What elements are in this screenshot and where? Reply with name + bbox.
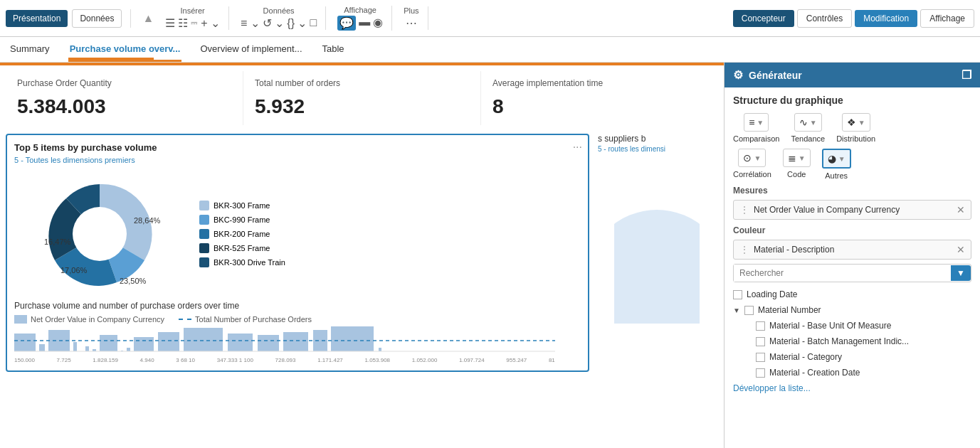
legend-total-orders: Total Number of Purchase Orders [179,315,312,324]
side-subtitle: 5 - routes les dimensi [598,145,665,153]
panel-header-icons: ❐ [961,68,971,82]
expand-list-link[interactable]: Développer la liste... [733,380,971,396]
nav-arrow: ▲ [142,12,154,25]
chart-type-distribution[interactable]: ❖ ▼ Distribution [836,113,875,143]
legend-color-bkr525 [199,243,209,253]
chart-type-comparaison[interactable]: ≡ ▼ Comparaison [733,113,779,143]
tab-summary[interactable]: Summary [9,37,51,62]
donnees-section: Données ≡ ⌄ ↺ ⌄ {} ⌄ □ [241,6,326,30]
grid-icon[interactable]: ☷ [178,16,188,30]
dim-loading-date-label: Loading Date [747,289,797,299]
presentation-tab[interactable]: Présentation [6,10,68,27]
side-title: s suppliers b [598,134,646,144]
square-icon[interactable]: □ [310,16,317,30]
legend-color-bkr200 [199,229,209,239]
code-icon[interactable]: {} ⌄ [287,16,307,30]
checkbox-material-number[interactable] [744,306,754,315]
dimension-list: Loading Date ▼ Material Number Material … [733,287,971,396]
checkbox-loading-date[interactable] [733,290,742,299]
donnees-tab[interactable]: Données [72,9,122,28]
search-btn[interactable]: ▼ [951,265,971,281]
plus-section-label: Plus [404,6,418,15]
dim-loading-date: Loading Date [733,287,971,302]
panel-header: ⚙ Générateur ❐ [725,63,980,87]
legend-bkr525-frame: BKR-525 Frame [199,243,285,253]
legend-color-drivetrain [199,257,209,267]
color-drag-handle[interactable]: ⋮ [739,244,749,255]
right-buttons: Concepteur Contrôles Modification Affich… [733,9,974,28]
more-icon[interactable]: ⋯ [406,16,417,30]
kpi-quantity-value: 5.384.003 [17,95,231,118]
dim-material-number-label: Material Number [758,305,821,315]
kpi-quantity: Purchase Order Quantity 5.384.003 [6,71,243,125]
svg-point-21 [614,210,700,324]
chart-type-tendance[interactable]: ∿ ▼ Tendance [791,113,825,143]
legend-total-label: Total Number of Purchase Orders [195,315,312,324]
dim-material-number: ▼ Material Number [733,302,971,318]
modification-button[interactable]: Modification [855,10,917,27]
svg-rect-11 [158,332,179,351]
chart-icon[interactable]: ≡ ⌄ [241,16,260,30]
plus-icon[interactable]: + ⌄ [201,16,220,30]
right-panel: ⚙ Générateur ❐ Structure du graphique ≡ … [724,63,980,448]
kpi-orders: Total number of orders 5.932 [243,71,481,125]
toolbar: Présentation Données ▲ Insérer ☰ ☷ ⎓ + ⌄… [0,0,980,37]
layout-icon[interactable]: ▬ [359,16,370,31]
insert-label: Insérer [181,6,205,15]
legend-label-bkr525: BKR-525 Frame [214,244,270,252]
label-1647: 16,47% [44,238,71,246]
measure-remove-btn[interactable]: ✕ [957,204,965,215]
bottom-chart-title: Purchase volume and number of purchase o… [14,301,581,311]
kpi-implementation-value: 8 [492,95,707,118]
search-input[interactable] [734,265,951,282]
donut-menu[interactable]: ··· [573,141,582,154]
chart-type-row-2: ⊙ ▼ Corrélation ≣ ▼ Code ◕ ▼ [733,149,971,180]
svg-rect-0 [14,334,36,351]
measure-drag-handle[interactable]: ⋮ [739,204,749,215]
donut-hole [73,207,127,261]
donut-subtitle: 5 - Toutes les dimensions premiers [14,156,581,164]
view-mode-tabs: Présentation Données [6,9,131,28]
expander-material-number[interactable]: ▼ [733,306,740,314]
chart-type-code[interactable]: ≣ ▼ Code [783,149,811,180]
checkbox-batch-mgmt[interactable] [756,337,765,346]
chart-type-autres[interactable]: ◕ ▼ Autres [822,149,851,180]
legend-bkr300-frame: BKR-300 Frame [199,201,285,210]
legend-label-bkc990: BKC-990 Frame [214,215,270,224]
circle-icon[interactable]: ◉ [373,16,383,31]
svg-rect-14 [258,335,279,351]
legend-label-drivetrain: BKR-300 Drive Train [214,258,285,267]
bottom-chart: Purchase volume and number of purchase o… [14,301,581,363]
concepteur-button[interactable]: Concepteur [733,10,794,27]
kpi-row: Purchase Order Quantity 5.384.003 Total … [6,71,718,125]
comment-icon[interactable]: 💬 [337,16,356,31]
svg-rect-18 [379,348,381,351]
affichage-button[interactable]: Affichage [920,9,974,28]
measure-pill: ⋮ Net Order Value in Company Currency ✕ [733,200,971,220]
checkbox-category[interactable] [756,353,765,362]
dim-base-unit-label: Material - Base Unit Of Measure [769,321,891,331]
tab-overview[interactable]: Overview of implement... [199,37,303,62]
legend-box-net [14,315,27,324]
panel-header-title: Générateur [749,70,802,81]
tab-purchase-volume[interactable]: Purchase volume overv... [68,37,182,62]
dim-creation-date-label: Material - Creation Date [769,368,860,378]
tab-table[interactable]: Table [321,37,346,62]
sliders-icon[interactable]: ⎓ [191,16,198,30]
dim-category: Material - Category [733,349,971,365]
dim-creation-date: Material - Creation Date [733,365,971,380]
checkbox-creation-date[interactable] [756,368,765,378]
svg-rect-3 [73,342,77,351]
svg-rect-15 [283,332,308,351]
kpi-orders-value: 5.932 [255,95,469,118]
chart-type-correlation[interactable]: ⊙ ▼ Corrélation [733,149,771,180]
table-icon[interactable]: ☰ [165,16,175,30]
color-remove-btn[interactable]: ✕ [957,244,965,255]
svg-rect-7 [100,335,117,351]
undo-icon[interactable]: ↺ ⌄ [263,16,284,30]
checkbox-base-unit[interactable] [756,321,765,331]
expand-icon[interactable]: ❐ [961,68,971,82]
color-item-label: Material - Description [754,245,834,255]
search-row: ▼ [733,264,971,282]
controles-button[interactable]: Contrôles [797,9,852,28]
